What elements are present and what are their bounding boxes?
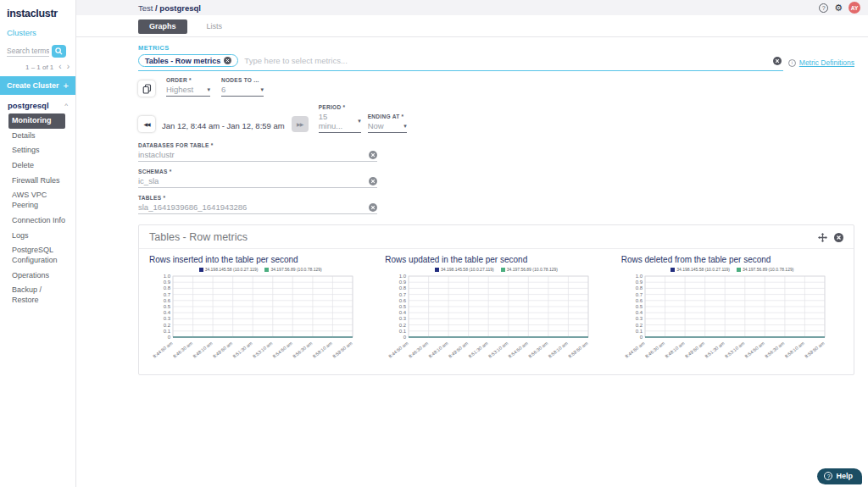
sidebar-item-backup-restore[interactable]: Backup / Restore [0, 283, 75, 307]
svg-text:8:56:30 am: 8:56:30 am [527, 340, 549, 359]
svg-text:8:46:30 am: 8:46:30 am [408, 340, 430, 359]
legend-item: 34.198.145.58 (10.0.27.119) [670, 267, 730, 272]
move-panel-icon[interactable] [818, 233, 827, 242]
metrics-select-box[interactable]: Tables - Row metrics [138, 54, 783, 71]
date-range-text: Jan 12, 8:44 am - Jan 12, 8:59 am [162, 121, 285, 130]
svg-text:8:58:10 am: 8:58:10 am [548, 340, 570, 359]
chart-title: Rows updated in the table per second [385, 255, 607, 264]
legend-swatch [501, 268, 505, 272]
ending-at-select[interactable]: Now ▾ [368, 121, 407, 133]
metrics-search-input[interactable] [244, 56, 766, 65]
svg-text:0.9: 0.9 [164, 279, 171, 285]
period-label: PERIOD * [319, 104, 361, 110]
sidebar-item-postgresql-configuration[interactable]: PostgreSQL Configuration [0, 243, 75, 268]
cluster-name: postgresql [8, 101, 49, 110]
create-cluster-button[interactable]: Create Cluster + [0, 76, 75, 95]
sidebar-item-operations[interactable]: Operations [0, 268, 75, 284]
field-label: TABLES * [138, 195, 377, 201]
sidebar-item-delete[interactable]: Delete [0, 158, 75, 174]
nodes-select[interactable]: 6 ▾ [221, 85, 264, 97]
svg-text:0.3: 0.3 [635, 316, 643, 321]
caret-down-icon: ▾ [207, 86, 210, 93]
info-icon: i [788, 59, 796, 67]
svg-text:1.0: 1.0 [164, 274, 171, 279]
sidebar-item-aws-vpc-peering[interactable]: AWS VPC Peering [0, 188, 75, 213]
field-input[interactable]: instaclustr [138, 150, 377, 162]
svg-text:0.8: 0.8 [164, 285, 171, 291]
pagination-next-icon[interactable]: › [67, 63, 70, 71]
svg-text:0.9: 0.9 [635, 279, 643, 285]
chart-title: Rows deleted from the table per second [621, 255, 843, 264]
clusters-link[interactable]: Clusters [0, 24, 75, 43]
chevron-up-icon[interactable]: ^ [64, 102, 68, 109]
svg-text:8:58:10 am: 8:58:10 am [312, 340, 334, 359]
sidebar-item-settings[interactable]: Settings [0, 143, 75, 158]
field-label: SCHEMAS * [138, 169, 377, 174]
metric-definitions-link[interactable]: Metric Definitions [799, 58, 854, 67]
search-button[interactable] [52, 45, 66, 58]
legend-swatch [264, 268, 269, 272]
time-back-button[interactable]: ◀◀ [138, 116, 155, 132]
gear-icon[interactable]: ⚙ [834, 3, 843, 13]
clear-field-icon[interactable] [369, 151, 377, 159]
chart-1: Rows inserted into the table per second3… [142, 252, 378, 368]
svg-text:8:54:50 am: 8:54:50 am [272, 340, 294, 359]
sidebar-item-firewall-rules[interactable]: Firewall Rules [0, 174, 75, 189]
search-icon [55, 47, 63, 55]
chart-legend: 34.198.145.58 (10.0.27.119)34.197.56.89 … [385, 267, 607, 272]
help-button[interactable]: ? Help [817, 468, 862, 484]
metric-chip[interactable]: Tables - Row metrics [138, 54, 238, 67]
close-panel-icon[interactable] [834, 233, 843, 242]
cluster-header[interactable]: postgresql ^ [0, 95, 75, 113]
sidebar-item-details[interactable]: Details [0, 129, 75, 144]
svg-text:8:51:30 am: 8:51:30 am [704, 340, 726, 359]
instaclustr-logo: instaclustr [0, 0, 75, 24]
avatar[interactable]: AY [849, 2, 860, 14]
tab-lists[interactable]: Lists [196, 19, 234, 34]
cluster-search-input[interactable] [7, 46, 49, 57]
pagination-prev-icon[interactable]: ‹ [58, 63, 61, 71]
svg-text:0.4: 0.4 [164, 310, 171, 315]
legend-item: 34.197.56.89 (10.0.78.129) [501, 267, 558, 272]
clear-field-icon[interactable] [369, 177, 377, 185]
sidebar: instaclustr Clusters 1 – 1 of 1 ‹ › Crea… [0, 0, 76, 487]
sidebar-item-connection-info[interactable]: Connection Info [0, 213, 75, 229]
svg-text:8:49:50 am: 8:49:50 am [448, 340, 470, 359]
help-circle-icon[interactable]: ? [819, 3, 828, 13]
fast-forward-icon: ▶▶ [297, 121, 303, 127]
svg-text:8:51:30 am: 8:51:30 am [231, 340, 253, 359]
order-label: ORDER * [166, 77, 210, 83]
chip-remove-icon[interactable] [224, 57, 231, 64]
sidebar-item-logs[interactable]: Logs [0, 229, 75, 244]
nodes-label: NODES TO ... [221, 77, 264, 83]
question-icon: ? [824, 472, 832, 480]
metrics-section-label: METRICS [138, 44, 854, 52]
legend-item: 34.198.145.58 (10.0.27.119) [199, 267, 259, 272]
field-input[interactable]: sla_1641939686_1641943286 [138, 202, 377, 214]
svg-text:0.7: 0.7 [164, 292, 171, 297]
copy-button[interactable] [138, 80, 155, 97]
svg-text:0.4: 0.4 [399, 310, 407, 315]
rewind-icon: ◀◀ [143, 121, 149, 127]
svg-text:8:58:10 am: 8:58:10 am [783, 340, 805, 359]
period-select[interactable]: 15 minu... ▾ [319, 112, 361, 133]
caret-down-icon: ▾ [260, 86, 264, 93]
field-databases-for-table: DATABASES FOR TABLE *instaclustr [138, 142, 377, 162]
order-select[interactable]: Highest ▾ [166, 85, 210, 97]
svg-text:0.5: 0.5 [399, 304, 407, 309]
charts-row: Rows inserted into the table per second3… [139, 249, 854, 374]
field-value: instaclustr [138, 150, 175, 159]
clear-metrics-icon[interactable] [773, 57, 782, 65]
tab-bar: GraphsLists [76, 15, 868, 37]
svg-text:0.1: 0.1 [164, 329, 171, 334]
time-forward-button[interactable]: ▶▶ [292, 116, 309, 132]
svg-text:0.2: 0.2 [635, 323, 643, 328]
svg-text:0.3: 0.3 [164, 316, 171, 321]
field-input[interactable]: ic_sla [138, 176, 377, 188]
svg-text:1.0: 1.0 [635, 274, 643, 279]
svg-text:8:44:50 am: 8:44:50 am [624, 340, 646, 359]
tab-graphs[interactable]: Graphs [138, 19, 187, 34]
legend-item: 34.197.56.89 (10.0.78.129) [264, 267, 321, 272]
sidebar-item-monitoring[interactable]: Monitoring [8, 113, 65, 129]
clear-field-icon[interactable] [369, 203, 377, 212]
